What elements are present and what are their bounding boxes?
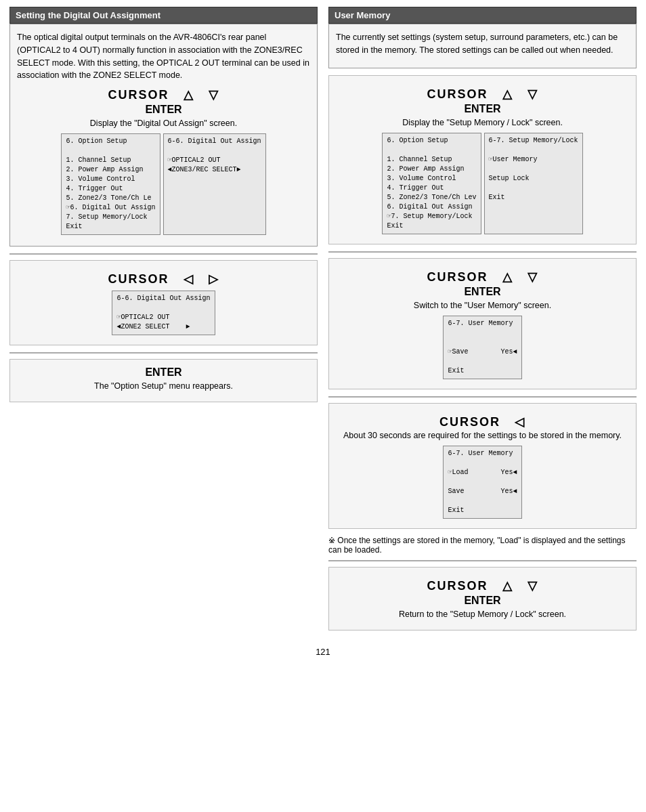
left-header: Setting the Digital Out Assignment [9, 7, 318, 24]
right-divider-1 [328, 251, 637, 253]
right-divider-3 [328, 560, 637, 561]
right-section1: CURSOR △ ▽ ENTER Display the "Setup Memo… [328, 75, 637, 244]
right-screen-user-memory: 6-7. User Memory ☞Save Yes◄ Exit [443, 316, 521, 379]
right-enter-4: ENTER [336, 595, 629, 607]
right-note: ※ Once the settings are stored in the me… [328, 536, 637, 555]
screen-zone2-select: 6-6. Digital Out Assign ☞OPTICAL2 OUT ◄Z… [112, 291, 215, 335]
right-cursor-updown-2: CURSOR △ ▽ [336, 270, 629, 284]
right-screen-area-1: 6. Option Setup 1. Channel Setup 2. Powe… [336, 133, 629, 234]
right-bullet-3: About 30 seconds are required for the se… [336, 431, 629, 440]
bullet-3: The "Option Setup" menu reappears. [17, 381, 310, 391]
screen-area-2: 6-6. Digital Out Assign ☞OPTICAL2 OUT ◄Z… [17, 291, 310, 335]
right-section3: CURSOR ◁ About 30 seconds are required f… [328, 403, 637, 529]
screen-option-setup: 6. Option Setup 1. Channel Setup 2. Powe… [61, 133, 160, 235]
enter-label-1: ENTER [17, 104, 310, 116]
two-column-layout: Setting the Digital Out Assignment The o… [7, 7, 639, 637]
left-intro-text: The optical digital output terminals on … [17, 31, 310, 82]
cursor-leftright: CURSOR ◁ ▷ [17, 272, 310, 286]
right-intro-box: The currently set settings (system setup… [328, 24, 637, 68]
right-bullet-1: Display the "Setup Memory / Lock" screen… [336, 118, 629, 127]
page-container: Setting the Digital Out Assignment The o… [0, 0, 646, 664]
right-screen-load: 6-7. User Memory ☞Load Yes◄ Save Yes◄ Ex… [443, 446, 521, 519]
left-intro-box: The optical digital output terminals on … [9, 24, 318, 247]
right-divider-2 [328, 396, 637, 398]
right-enter-1: ENTER [336, 103, 629, 115]
right-section4: CURSOR △ ▽ ENTER Return to the "Setup Me… [328, 567, 637, 631]
bullet-1: Display the "Digital Out Assign" screen. [17, 119, 310, 128]
right-cursor-updown-4: CURSOR △ ▽ [336, 578, 629, 593]
page-number: 121 [316, 647, 330, 657]
left-column: Setting the Digital Out Assignment The o… [7, 7, 323, 637]
right-screen-setup-memory: 6-7. Setup Memory/Lock ☞User Memory Setu… [484, 133, 583, 234]
right-bullet-4: Return to the "Setup Memory / Lock" scre… [336, 610, 629, 619]
right-cursor-updown-1: CURSOR △ ▽ [336, 87, 629, 102]
right-screen-area-2: 6-7. User Memory ☞Save Yes◄ Exit [336, 316, 629, 379]
right-header: User Memory [328, 7, 637, 24]
left-section3: ENTER The "Option Setup" menu reappears. [9, 359, 318, 402]
right-cursor-left: CURSOR ◁ [336, 414, 629, 429]
right-column: User Memory The currently set settings (… [323, 7, 639, 637]
divider-1 [9, 253, 318, 255]
screen-digital-out-assign: 6-6. Digital Out Assign ☞OPTICAL2 OUT ◄Z… [163, 133, 266, 235]
right-enter-2: ENTER [336, 286, 629, 298]
right-screen-area-3: 6-7. User Memory ☞Load Yes◄ Save Yes◄ Ex… [336, 446, 629, 519]
screen-area-1: 6. Option Setup 1. Channel Setup 2. Powe… [17, 133, 310, 235]
left-section2: CURSOR ◁ ▷ 6-6. Digital Out Assign ☞OPTI… [9, 260, 318, 345]
cursor-updown-1: CURSOR △ ▽ [17, 87, 310, 102]
divider-2 [9, 352, 318, 354]
right-screen-option-setup: 6. Option Setup 1. Channel Setup 2. Powe… [382, 133, 481, 234]
right-intro-text: The currently set settings (system setup… [336, 31, 629, 57]
right-bullet-2: Switch to the "User Memory" screen. [336, 301, 629, 310]
enter-label-3: ENTER [17, 366, 310, 379]
right-section2: CURSOR △ ▽ ENTER Switch to the "User Mem… [328, 258, 637, 389]
